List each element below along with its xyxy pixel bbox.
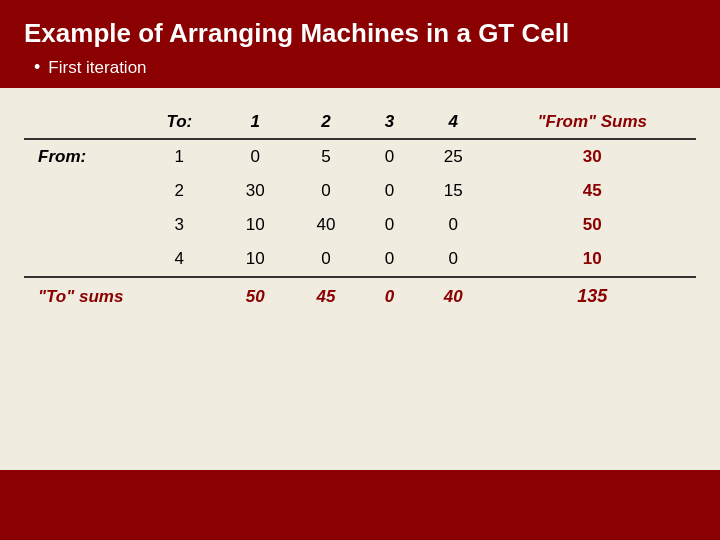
subtitle-line: • First iteration	[34, 57, 696, 78]
row2-val2: 0	[291, 174, 362, 208]
col-header-2: 2	[291, 104, 362, 139]
row4-from: 4	[139, 242, 220, 277]
row1-from: 1	[139, 139, 220, 174]
col-header-3: 3	[361, 104, 417, 139]
row3-from: 3	[139, 208, 220, 242]
row2-val3: 0	[361, 174, 417, 208]
table-header-row: To: 1 2 3 4 "From" Sums	[24, 104, 696, 139]
row2-from: 2	[139, 174, 220, 208]
table-row: 2 30 0 0 15 45	[24, 174, 696, 208]
content-area: To: 1 2 3 4 "From" Sums From: 1 0 5 0 25	[0, 88, 720, 470]
row3-val4: 0	[418, 208, 489, 242]
to-sum-2: 45	[291, 277, 362, 315]
header: Example of Arranging Machines in a GT Ce…	[0, 0, 720, 88]
col-header-1: 1	[220, 104, 291, 139]
from-row-label: From:	[24, 139, 139, 174]
col-header-4: 4	[418, 104, 489, 139]
page-title: Example of Arranging Machines in a GT Ce…	[24, 18, 696, 49]
row4-val3: 0	[361, 242, 417, 277]
row3-val3: 0	[361, 208, 417, 242]
to-sum-4: 40	[418, 277, 489, 315]
to-sum-1: 50	[220, 277, 291, 315]
data-table: To: 1 2 3 4 "From" Sums From: 1 0 5 0 25	[24, 104, 696, 315]
row3-val1: 10	[220, 208, 291, 242]
to-col-header-label: To:	[139, 104, 220, 139]
row1-val4: 25	[418, 139, 489, 174]
row2-val4: 15	[418, 174, 489, 208]
bullet-point: •	[34, 57, 40, 78]
row2-sum: 45	[489, 174, 696, 208]
row4-val2: 0	[291, 242, 362, 277]
row4-val1: 10	[220, 242, 291, 277]
table-row: From: 1 0 5 0 25 30	[24, 139, 696, 174]
from-sums-header: "From" Sums	[489, 104, 696, 139]
row1-val2: 5	[291, 139, 362, 174]
to-sum-3: 0	[361, 277, 417, 315]
grand-total: 135	[489, 277, 696, 315]
row1-val3: 0	[361, 139, 417, 174]
subtitle-text: First iteration	[48, 58, 146, 78]
bottom-bar	[0, 470, 720, 540]
row2-val1: 30	[220, 174, 291, 208]
row4-sum: 10	[489, 242, 696, 277]
row1-sum: 30	[489, 139, 696, 174]
row4-val4: 0	[418, 242, 489, 277]
table-row: 3 10 40 0 0 50	[24, 208, 696, 242]
table-row: 4 10 0 0 0 10	[24, 242, 696, 277]
row1-val1: 0	[220, 139, 291, 174]
row3-sum: 50	[489, 208, 696, 242]
from-label-header	[24, 104, 139, 139]
to-sums-label: "To" sums	[24, 277, 220, 315]
row3-val2: 40	[291, 208, 362, 242]
slide: Example of Arranging Machines in a GT Ce…	[0, 0, 720, 540]
to-sums-row: "To" sums 50 45 0 40 135	[24, 277, 696, 315]
